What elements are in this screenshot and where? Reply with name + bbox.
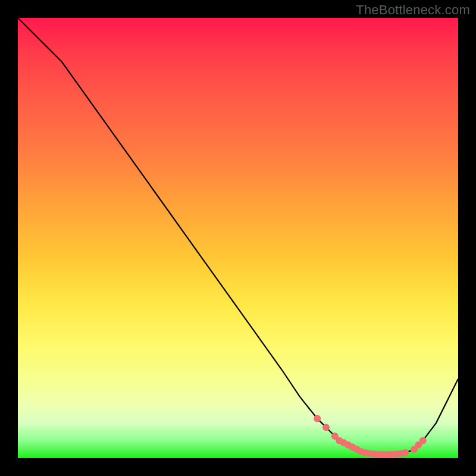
plot-area (18, 18, 458, 458)
curve-marker (402, 449, 409, 456)
chart-frame: TheBottleneck.com (0, 0, 476, 476)
curve-marker (419, 437, 427, 444)
curve-svg (18, 18, 458, 458)
curve-marker (314, 415, 321, 422)
curve-marker (322, 424, 330, 431)
bottleneck-curve (18, 18, 458, 455)
watermark-text: TheBottleneck.com (356, 2, 470, 18)
